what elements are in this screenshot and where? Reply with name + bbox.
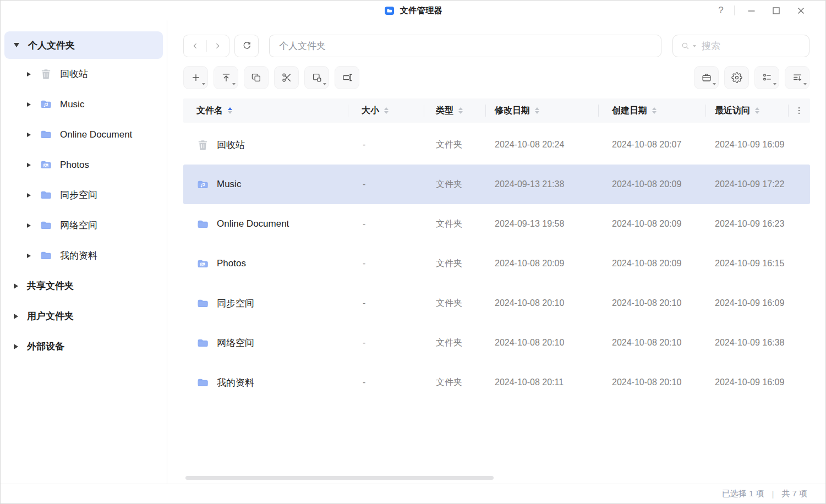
path-input[interactable]: 个人文件夹	[269, 35, 661, 57]
expand-caret-icon[interactable]	[14, 283, 18, 289]
file-type: 文件夹	[424, 337, 485, 349]
selection-count: 已选择 1 项	[722, 489, 764, 499]
file-table: 文件名大小类型修改日期创建日期最近访问 回收站-文件夹2024-10-08 20…	[183, 98, 810, 484]
sidebar-section-共享文件夹[interactable]: 共享文件夹	[1, 271, 167, 301]
rename-button[interactable]	[335, 66, 359, 89]
sidebar-item-同步空间[interactable]: 同步空间	[1, 180, 167, 210]
table-row-网络空间[interactable]: 网络空间-文件夹2024-10-08 20:102024-10-08 20:10…	[183, 323, 810, 363]
column-header-修改日期[interactable]: 修改日期	[485, 98, 598, 123]
sidebar-item-回收站[interactable]: 回收站	[1, 59, 167, 89]
column-header-创建日期[interactable]: 创建日期	[598, 98, 705, 123]
sidebar-item-photos[interactable]: Photos	[1, 150, 167, 180]
sort-arrows-icon	[228, 107, 232, 114]
navigation-toolbar: 个人文件夹 搜索	[168, 35, 825, 57]
collapse-caret-icon[interactable]	[14, 43, 19, 47]
file-type: 文件夹	[424, 298, 485, 309]
photos-folder-icon	[40, 158, 52, 171]
table-body: 回收站-文件夹2024-10-08 20:242024-10-08 20:072…	[183, 125, 810, 402]
more-vertical-icon	[794, 106, 804, 116]
table-header: 文件名大小类型修改日期创建日期最近访问	[183, 98, 810, 123]
dropdown-caret-icon	[323, 83, 326, 85]
file-type: 文件夹	[424, 139, 485, 151]
sidebar-item-personal-folder[interactable]: 个人文件夹	[4, 31, 163, 59]
modified-date: 2024-09-13 19:58	[485, 219, 598, 229]
accessed-date: 2024-10-09 16:09	[705, 377, 788, 387]
search-input[interactable]: 搜索	[672, 35, 809, 57]
file-name: 同步空间	[217, 297, 254, 310]
sidebar-section-用户文件夹[interactable]: 用户文件夹	[1, 301, 167, 331]
column-header-大小[interactable]: 大小	[348, 98, 424, 123]
expand-caret-icon[interactable]	[27, 223, 31, 228]
help-button[interactable]: ?	[710, 1, 732, 20]
toolbox-icon	[701, 72, 712, 83]
file-size: -	[348, 338, 424, 348]
horizontal-scrollbar[interactable]	[185, 476, 494, 480]
modified-date: 2024-10-08 20:10	[485, 298, 598, 308]
table-row-music[interactable]: Music-文件夹2024-09-13 21:382024-10-08 20:0…	[183, 165, 810, 204]
sort-icon	[792, 72, 803, 83]
back-button[interactable]	[184, 35, 206, 57]
file-size: -	[348, 259, 424, 269]
sidebar-section-外部设备[interactable]: 外部设备	[1, 331, 167, 361]
table-row-online-document[interactable]: Online Document-文件夹2024-09-13 19:582024-…	[183, 204, 810, 244]
refresh-button[interactable]	[234, 35, 259, 57]
sort-button[interactable]	[785, 66, 809, 89]
total-count: 共 7 项	[781, 489, 807, 499]
cut-button[interactable]	[274, 66, 299, 89]
settings-button[interactable]	[724, 66, 749, 89]
accessed-date: 2024-10-09 16:23	[705, 219, 788, 229]
column-label: 修改日期	[495, 105, 530, 117]
upload-button[interactable]	[214, 66, 238, 89]
sidebar-item-music[interactable]: Music	[1, 89, 167, 119]
search-scope-caret-icon[interactable]	[693, 45, 696, 47]
sidebar-item-online-document[interactable]: Online Document	[1, 119, 167, 150]
file-manager-window: 文件管理器 ? 个人文件夹 回收站MusicOnline DocumentPho…	[0, 0, 826, 504]
view-mode-button[interactable]	[754, 66, 779, 89]
sidebar-item-label: 我的资料	[60, 249, 97, 262]
column-header-文件名[interactable]: 文件名	[183, 98, 348, 123]
minimize-button[interactable]	[739, 1, 764, 20]
table-row-回收站[interactable]: 回收站-文件夹2024-10-08 20:242024-10-08 20:072…	[183, 125, 810, 165]
expand-caret-icon[interactable]	[27, 133, 31, 137]
plus-icon	[190, 72, 201, 83]
sidebar-item-label: Music	[60, 99, 84, 110]
modified-date: 2024-10-08 20:10	[485, 338, 598, 348]
toolbox-button[interactable]	[694, 66, 719, 89]
expand-caret-icon[interactable]	[27, 193, 31, 198]
copy-icon	[251, 72, 262, 83]
sidebar-item-我的资料[interactable]: 我的资料	[1, 240, 167, 271]
gear-icon	[731, 72, 742, 83]
expand-caret-icon[interactable]	[27, 102, 31, 107]
search-icon	[681, 41, 690, 51]
table-row-photos[interactable]: Photos-文件夹2024-10-08 20:092024-10-08 20:…	[183, 244, 810, 283]
column-header-类型[interactable]: 类型	[424, 98, 485, 123]
expand-caret-icon[interactable]	[14, 314, 18, 319]
copy-button[interactable]	[244, 66, 269, 89]
folder-icon	[196, 218, 209, 231]
photos-folder-icon	[196, 258, 209, 270]
title-bar: 文件管理器 ?	[1, 1, 825, 20]
sort-arrows-icon	[755, 107, 759, 114]
expand-caret-icon[interactable]	[27, 163, 31, 167]
trash-icon	[40, 68, 52, 80]
sidebar-item-label: Online Document	[60, 129, 132, 140]
window-title: 文件管理器	[400, 6, 443, 16]
expand-caret-icon[interactable]	[27, 72, 31, 76]
expand-caret-icon[interactable]	[14, 344, 18, 349]
new-button[interactable]	[183, 66, 208, 89]
table-row-我的资料[interactable]: 我的资料-文件夹2024-10-08 20:112024-10-08 20:10…	[183, 363, 810, 402]
sidebar-item-网络空间[interactable]: 网络空间	[1, 210, 167, 240]
paste-button[interactable]	[304, 66, 329, 89]
column-options-button[interactable]	[788, 98, 810, 123]
app-folder-icon	[384, 5, 395, 17]
action-toolbar	[168, 66, 825, 89]
maximize-button[interactable]	[764, 1, 789, 20]
table-row-同步空间[interactable]: 同步空间-文件夹2024-10-08 20:102024-10-08 20:10…	[183, 283, 810, 323]
file-size: -	[348, 377, 424, 387]
close-button[interactable]	[789, 1, 813, 20]
created-date: 2024-10-08 20:09	[598, 179, 705, 189]
created-date: 2024-10-08 20:10	[598, 338, 705, 348]
column-header-最近访问[interactable]: 最近访问	[705, 98, 788, 123]
expand-caret-icon[interactable]	[27, 254, 31, 258]
forward-button[interactable]	[207, 35, 229, 57]
